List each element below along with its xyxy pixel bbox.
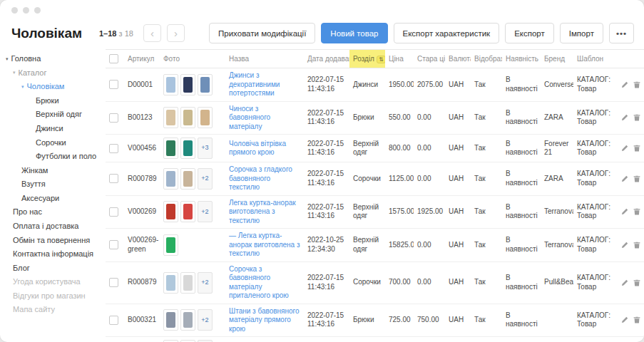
product-name-link[interactable]: Легка куртка-анорак виготовлена з тексти… — [225, 195, 304, 229]
sidebar-item[interactable]: Брюки — [0, 94, 106, 108]
edit-icon[interactable] — [621, 81, 628, 89]
row-checkbox[interactable] — [109, 316, 118, 325]
sku-cell: D00001 — [124, 68, 160, 102]
brand-cell: Forever 21 — [541, 135, 573, 162]
product-photo — [180, 168, 195, 190]
delete-icon[interactable] — [633, 113, 640, 122]
export-characteristics-button[interactable]: Експорт характеристик — [394, 23, 500, 43]
delete-icon[interactable] — [633, 279, 640, 287]
product-name-link[interactable]: Штани з бавовняного матеріалу прямого кр… — [225, 304, 304, 337]
delete-icon[interactable] — [633, 316, 640, 324]
brand-cell: ZARA — [541, 101, 573, 135]
sidebar-item[interactable]: Футболки и поло — [0, 150, 106, 164]
export-button[interactable]: Експорт — [505, 23, 554, 43]
sku-cell: R000587 — [124, 337, 160, 342]
product-name-link[interactable]: — Легка куртка-анорак виготовлена з текс… — [225, 229, 304, 262]
delete-icon[interactable] — [633, 81, 640, 89]
sidebar-item[interactable]: Відгуки про магазин — [0, 289, 106, 304]
sidebar-item[interactable]: Обмін та повернення — [0, 233, 106, 247]
currency-cell: UAH — [445, 261, 471, 304]
column-header-template[interactable]: Шаблон — [573, 50, 618, 68]
sidebar-item[interactable]: Сорочки — [0, 135, 106, 150]
photos-cell — [160, 101, 225, 135]
edit-icon[interactable] — [621, 316, 628, 324]
edit-icon[interactable] — [621, 144, 628, 152]
row-checkbox[interactable] — [109, 207, 118, 217]
edit-icon[interactable] — [621, 241, 628, 249]
product-name-link[interactable]: Чиноси з бавовняного матеріалу — [225, 101, 304, 135]
template-cell: КАТАЛОГ: Товар — [573, 135, 618, 162]
product-photo — [163, 309, 178, 331]
delete-icon[interactable] — [633, 207, 640, 216]
import-button[interactable]: Імпорт — [560, 23, 603, 43]
pagination-prev-button[interactable]: ‹ — [143, 24, 161, 42]
window-dot-icon — [34, 7, 41, 14]
display-cell: Так — [471, 101, 502, 135]
photos-cell — [160, 229, 225, 262]
delete-icon[interactable] — [633, 241, 640, 249]
edit-icon[interactable] — [621, 207, 628, 216]
row-checkbox[interactable] — [109, 278, 118, 287]
delete-icon[interactable] — [633, 175, 640, 183]
photos-cell: +2 — [160, 261, 225, 304]
column-header-old-price[interactable]: Стара ціна — [414, 50, 445, 68]
more-actions-button[interactable]: ••• — [609, 23, 634, 43]
section-cell: Брюки — [349, 304, 385, 337]
select-all-checkbox[interactable] — [109, 54, 118, 63]
sidebar-item[interactable]: Аксесуари — [0, 192, 106, 206]
column-header-photo[interactable]: Фото — [160, 50, 225, 68]
table-row: R000789 +2 Сорочка з гладкого бавовняног… — [106, 162, 644, 196]
column-header-price[interactable]: Ціна — [385, 50, 414, 68]
column-header-name[interactable]: Назва — [225, 50, 304, 68]
product-name-link[interactable]: Сорочка з бавовняного матеріалу притален… — [225, 261, 304, 304]
sidebar-item[interactable]: ▾ Чоловікам — [0, 80, 106, 94]
pagination-next-button[interactable]: › — [167, 24, 185, 42]
column-header-currency[interactable]: Валюта — [445, 50, 471, 68]
delete-icon[interactable] — [633, 144, 640, 152]
sidebar-item[interactable]: Контактна інформація — [0, 247, 106, 261]
product-name-link[interactable]: Чоловічі сорочки з легкого текстилю — [225, 337, 304, 342]
sidebar-item[interactable]: Джинси — [0, 122, 106, 136]
price-cell: 1575.00 — [385, 195, 414, 229]
sidebar-item[interactable]: Оплата і доставка — [0, 219, 106, 234]
sidebar-item[interactable]: Взуття — [0, 177, 106, 192]
sidebar-item[interactable]: Угода користувача — [0, 275, 106, 289]
column-header-display[interactable]: Відображати — [471, 50, 502, 68]
pagination-total: з 18 — [119, 29, 133, 38]
sort-icon[interactable]: ⇅ — [377, 56, 385, 63]
old-price-cell: 1925.00 — [414, 195, 445, 229]
sidebar-item[interactable]: Жінкам — [0, 164, 106, 178]
new-product-button[interactable]: Новий товар — [321, 23, 387, 43]
sidebar-item-label: Головна — [11, 54, 41, 63]
availability-cell: В наявності — [502, 337, 541, 342]
sidebar-item[interactable]: Про нас — [0, 205, 106, 219]
sidebar-item[interactable]: Верхній одяг — [0, 108, 106, 122]
row-checkbox[interactable] — [109, 240, 118, 249]
brand-cell — [541, 304, 573, 337]
column-header-availability[interactable]: Наявність — [502, 50, 541, 68]
price-cell: 725.00 — [385, 304, 414, 337]
row-checkbox[interactable] — [109, 80, 118, 89]
edit-icon[interactable] — [621, 279, 628, 287]
date-added-cell: 2022-07-15 11:43:16 — [304, 68, 349, 102]
column-header-brand[interactable]: Бренд — [541, 50, 573, 68]
hide-modifications-button[interactable]: Приховати модифікації — [209, 23, 315, 43]
sidebar-item-label: Верхній одяг — [36, 110, 82, 119]
sidebar-item[interactable]: Мапа сайту — [0, 303, 106, 317]
column-header-date[interactable]: Дата додавання — [304, 50, 349, 68]
edit-icon[interactable] — [621, 175, 628, 183]
product-name-link[interactable]: Сорочка з гладкого бавовняного текстилю — [225, 162, 304, 196]
sidebar-item[interactable]: ▾ Каталог — [0, 66, 106, 81]
sku-cell: V000456 — [124, 135, 160, 162]
column-header-section[interactable]: Розділ⇅ — [349, 50, 385, 68]
row-checkbox[interactable] — [109, 144, 118, 153]
row-checkbox[interactable] — [109, 174, 118, 183]
row-checkbox[interactable] — [109, 113, 118, 123]
edit-icon[interactable] — [621, 113, 628, 122]
product-name-link[interactable]: Чоловіча вітрівка прямого крою — [225, 135, 304, 162]
column-header-sku[interactable]: Артикул — [124, 50, 160, 68]
actions-cell — [618, 304, 644, 337]
sidebar-item[interactable]: Блог — [0, 261, 106, 275]
sidebar-item[interactable]: ▾ Головна — [0, 52, 106, 66]
product-name-link[interactable]: Джинси з декоративними потертостями — [225, 68, 304, 102]
